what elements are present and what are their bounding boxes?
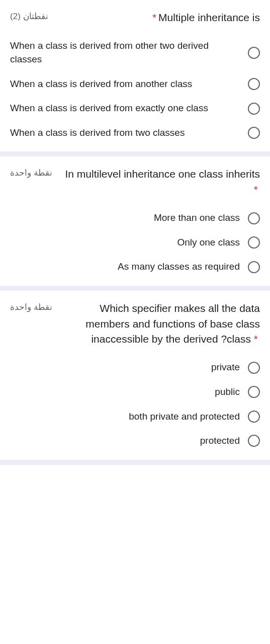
option-row[interactable]: As many classes as required [10,260,260,274]
option-label: As many classes as required [10,260,240,274]
options-group: More than one class Only one class As ma… [10,211,260,274]
option-label: both private and protected [10,410,240,424]
question-title: In multilevel inheritance one class inhe… [52,167,260,197]
question-block: نقطتان (2) *Multiple inheritance is When… [0,0,270,156]
radio-icon[interactable] [248,261,260,273]
question-title-text: In multilevel inheritance one class inhe… [65,168,260,180]
option-row[interactable]: both private and protected [10,410,260,424]
option-row[interactable]: More than one class [10,211,260,225]
radio-icon[interactable] [248,236,260,249]
radio-icon[interactable] [248,212,260,224]
option-row[interactable]: When a class is derived from other two d… [10,39,260,66]
question-header: نقطتان (2) *Multiple inheritance is [10,10,260,25]
radio-icon[interactable] [248,47,260,59]
option-row[interactable]: private [10,361,260,374]
question-points: نقطة واحدة [10,301,52,312]
question-header: نقطة واحدة Which specifier makes all the… [10,301,260,347]
option-label: When a class is derived from another cla… [10,77,240,91]
required-marker: * [254,333,258,345]
question-header: نقطة واحدة In multilevel inheritance one… [10,167,260,197]
radio-icon[interactable] [248,103,260,115]
question-title: Which specifier makes all the data membe… [52,301,260,347]
option-row[interactable]: Only one class [10,236,260,250]
question-title-text: Which specifier makes all the data membe… [85,302,260,345]
option-label: protected [10,434,240,448]
option-row[interactable]: When a class is derived from another cla… [10,77,260,91]
options-group: When a class is derived from other two d… [10,39,260,139]
question-title-text: Multiple inheritance is [158,12,260,23]
question-block: نقطة واحدة In multilevel inheritance one… [0,156,270,291]
option-label: When a class is derived from exactly one… [10,102,240,115]
option-row[interactable]: public [10,385,260,399]
option-row[interactable]: When a class is derived from two classes [10,126,260,140]
radio-icon[interactable] [248,435,260,447]
option-label: When a class is derived from two classes [10,126,240,140]
radio-icon[interactable] [248,386,260,398]
options-group: private public both private and protecte… [10,361,260,447]
radio-icon[interactable] [248,127,260,139]
radio-icon[interactable] [248,411,260,423]
option-row[interactable]: When a class is derived from exactly one… [10,102,260,115]
option-label: When a class is derived from other two d… [10,39,240,66]
question-title: *Multiple inheritance is [48,10,260,25]
radio-icon[interactable] [248,78,260,90]
required-marker: * [254,184,258,195]
option-row[interactable]: protected [10,434,260,448]
question-block: نقطة واحدة Which specifier makes all the… [0,291,270,465]
radio-icon[interactable] [248,362,260,374]
required-marker: * [152,12,156,23]
option-label: private [10,361,240,374]
option-label: Only one class [10,236,240,250]
option-label: public [10,385,240,399]
question-points: نقطتان (2) [10,10,48,22]
question-points: نقطة واحدة [10,167,52,178]
option-label: More than one class [10,211,240,225]
